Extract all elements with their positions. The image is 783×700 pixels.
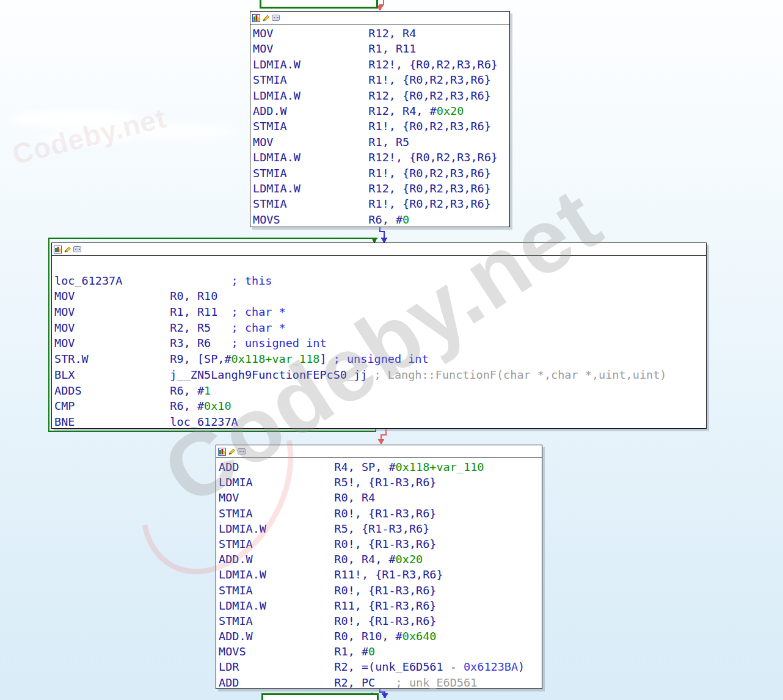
asm-segment-code: R2, =(unk_E6D561 - <box>334 660 464 673</box>
asm-segment-code: R0, R4, # <box>334 553 395 566</box>
offscreen-node-above[interactable] <box>260 0 378 9</box>
node-titlebar <box>216 445 542 458</box>
asm-segment-code: R1, # <box>334 645 368 658</box>
asm-line[interactable]: STMIA R0!, {R1-R3,R6} <box>219 583 542 598</box>
asm-line[interactable]: BLX j__ZN5Langh9FunctionFEPcS0_jj ; Lang… <box>54 367 706 383</box>
asm-line[interactable]: LDMIA.W R12!, {R0,R2,R3,R6} <box>253 57 509 72</box>
asm-line[interactable]: STMIA R0!, {R1-R3,R6} <box>219 536 542 552</box>
edge-mid-to-bot-red <box>378 428 387 445</box>
asm-line[interactable]: LDMIA.W R12, {R0,R2,R3,R6} <box>253 88 509 103</box>
asm-segment-code: R11!, {R1-R3,R6} <box>334 568 443 581</box>
asm-segment-code: R12, R4 <box>368 27 416 40</box>
asm-line[interactable]: STR.W R9, [SP,#0x118+var_118] ; unsigned… <box>54 351 706 367</box>
asm-segment-code: R12, R4, # <box>368 104 436 117</box>
pencil-edit-icon[interactable] <box>262 14 270 22</box>
asm-segment-cmt: ; this <box>231 274 272 287</box>
asm-line[interactable]: MOVS R6, #0 <box>253 212 509 227</box>
asm-line[interactable]: MOV R12, R4 <box>253 26 509 41</box>
asm-segment-code: R11, {R1-R3,R6} <box>334 599 436 612</box>
asm-line[interactable]: LDMIA.W R11, {R1-R3,R6} <box>219 598 542 613</box>
asm-line[interactable]: MOVS R1, #0 <box>219 644 542 659</box>
asm-line[interactable]: STMIA R0!, {R1-R3,R6} <box>219 506 542 521</box>
asm-segment-imm: 0x118+var_110 <box>396 461 484 473</box>
asm-segment-gcmt: ; unk_E6D561 <box>396 676 478 689</box>
asm-segment-cmt: ; char * <box>231 305 286 318</box>
asm-line[interactable]: ADDS R6, #1 <box>54 383 706 399</box>
asm-line[interactable]: MOV R1, R5 <box>253 134 509 150</box>
asm-line[interactable]: MOV R0, R4 <box>219 490 542 505</box>
asm-segment-code: R0, R10 <box>170 290 217 302</box>
pencil-edit-icon[interactable] <box>228 448 236 456</box>
asm-segment-mn: ADDS <box>54 384 170 397</box>
asm-line[interactable]: loc_61237A ; this <box>54 273 706 289</box>
asm-segment-cmt: ; char * <box>231 321 286 334</box>
asm-segment-code: R12!, {R0,R2,R3,R6} <box>368 151 498 164</box>
asm-segment-mn: MOV <box>54 337 170 349</box>
pencil-edit-icon[interactable] <box>64 246 71 253</box>
asm-line[interactable]: BNE loc_61237A <box>54 414 706 430</box>
asm-segment-code <box>54 258 61 271</box>
basic-block-node[interactable]: ADD R4, SP, #0x118+var_110LDMIA R5!, {R1… <box>216 445 542 689</box>
asm-line[interactable]: ADD R4, SP, #0x118+var_110 <box>219 459 542 475</box>
asm-line[interactable]: MOV R0, R10 <box>54 288 706 304</box>
asm-segment-code: R12!, {R0,R2,R3,R6} <box>368 58 498 71</box>
node-titlebar <box>250 12 509 24</box>
asm-line[interactable]: LDMIA.W R11!, {R1-R3,R6} <box>219 567 542 582</box>
asm-segment-gcmt: ; Langh::FunctionF(char *,char *,uint,ui… <box>374 368 667 381</box>
asm-segment-mn: LDMIA.W <box>219 522 334 535</box>
asm-segment-mn: LDMIA.W <box>253 151 368 164</box>
asm-line[interactable]: LDR R2, =(unk_E6D561 - 0x6123BA) <box>219 659 542 674</box>
asm-line[interactable] <box>54 257 706 273</box>
basic-block-node-loop[interactable]: loc_61237A ; thisMOV R0, R10MOV R1, R11 … <box>51 242 707 429</box>
asm-segment-mn: ADD.W <box>219 630 334 643</box>
asm-segment-code: R0!, {R1-R3,R6} <box>334 538 436 550</box>
asm-segment-code: R1, R11 <box>368 42 416 55</box>
basic-block-node[interactable]: MOV R12, R4MOV R1, R11LDMIA.W R12!, {R0,… <box>250 11 510 227</box>
asm-segment-code: R0!, {R1-R3,R6} <box>334 614 436 627</box>
asm-segment-mn: MOV <box>54 305 170 318</box>
asm-segment-code: R0, R4 <box>334 491 375 504</box>
asm-segment-imm: 0x20 <box>437 104 464 117</box>
offscreen-node-below[interactable] <box>261 693 379 700</box>
asm-line[interactable]: ADD.W R0, R4, #0x20 <box>219 552 542 567</box>
asm-segment-code: R2, R5 <box>170 321 231 334</box>
graph-color-icon[interactable] <box>54 246 62 253</box>
asm-line[interactable]: MOV R2, R5 ; char * <box>54 320 706 336</box>
edge-bot-out-blue <box>380 689 388 699</box>
asm-line[interactable]: STMIA R1!, {R0,R2,R3,R6} <box>253 118 509 134</box>
asm-line[interactable]: STMIA R1!, {R0,R2,R3,R6} <box>253 72 509 87</box>
asm-segment-mn: STMIA <box>253 197 368 210</box>
asm-segment-code: R2, PC <box>334 676 395 689</box>
graph-color-icon[interactable] <box>252 14 260 22</box>
asm-segment-code: R1, R11 <box>170 305 231 318</box>
disassembly-listing: loc_61237A ; thisMOV R0, R10MOV R1, R11 … <box>52 256 706 430</box>
asm-line[interactable]: ADD R2, PC ; unk_E6D561 <box>219 675 542 690</box>
asm-segment-addr: 0x6123BA <box>464 660 518 673</box>
asm-line[interactable]: ADD.W R12, R4, #0x20 <box>253 103 509 118</box>
asm-line[interactable]: LDMIA.W R12, {R0,R2,R3,R6} <box>253 181 509 196</box>
asm-segment-code: R1, R5 <box>368 136 409 148</box>
asm-segment-mn: STMIA <box>253 120 368 133</box>
asm-line[interactable]: STMIA R0!, {R1-R3,R6} <box>219 613 542 629</box>
asm-line[interactable]: ADD.W R0, R10, #0x640 <box>219 629 542 644</box>
asm-line[interactable]: CMP R6, #0x10 <box>54 398 706 414</box>
asm-line[interactable]: LDMIA.W R12!, {R0,R2,R3,R6} <box>253 150 509 165</box>
asm-segment-mn: LDMIA.W <box>253 58 368 71</box>
comment-bubble-icon[interactable] <box>238 448 246 456</box>
disassembly-listing: MOV R12, R4MOV R1, R11LDMIA.W R12!, {R0,… <box>250 24 509 227</box>
comment-bubble-icon[interactable] <box>272 14 280 22</box>
asm-segment-code: R1!, {R0,R2,R3,R6} <box>368 167 490 180</box>
comment-bubble-icon[interactable] <box>73 246 81 253</box>
asm-line[interactable]: MOV R1, R11 <box>253 41 509 56</box>
asm-segment-imm: 0x118+var_118 <box>231 352 320 365</box>
asm-line[interactable]: LDMIA R5!, {R1-R3,R6} <box>219 475 542 490</box>
asm-line[interactable]: LDMIA.W R5, {R1-R3,R6} <box>219 521 542 536</box>
graph-color-icon[interactable] <box>218 448 226 456</box>
asm-line[interactable]: MOV R1, R11 ; char * <box>54 304 706 320</box>
asm-line[interactable]: STMIA R1!, {R0,R2,R3,R6} <box>253 166 509 181</box>
asm-line[interactable]: STMIA R1!, {R0,R2,R3,R6} <box>253 196 509 211</box>
asm-segment-mn: LDR <box>219 660 334 673</box>
asm-segment-code: R0!, {R1-R3,R6} <box>334 507 436 520</box>
asm-segment-code: R5, {R1-R3,R6} <box>334 522 429 535</box>
asm-line[interactable]: MOV R3, R6 ; unsigned int <box>54 335 706 351</box>
